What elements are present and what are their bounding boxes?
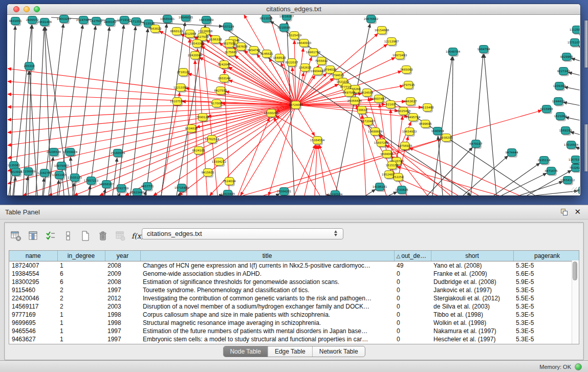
network-node[interactable]: 1569293: [559, 127, 572, 136]
network-node[interactable]: 1984794: [477, 46, 490, 55]
table-cell[interactable]: 1997: [105, 286, 140, 294]
network-node[interactable]: 20876682: [364, 15, 378, 25]
network-edge[interactable]: [177, 25, 205, 195]
network-node[interactable]: 7557224: [222, 23, 234, 32]
network-edge[interactable]: [304, 145, 316, 195]
table-row[interactable]: 946554611997Estimation of the future num…: [9, 327, 579, 335]
network-edge[interactable]: [125, 105, 296, 195]
network-edge[interactable]: [264, 139, 441, 195]
network-node[interactable]: 9242848: [218, 61, 231, 70]
table-cell[interactable]: 22420046: [9, 294, 57, 302]
network-edge[interactable]: [362, 115, 366, 195]
network-edge[interactable]: [241, 105, 296, 195]
network-edge[interactable]: [8, 105, 296, 133]
network-node[interactable]: 1562615: [299, 64, 312, 73]
table-cell[interactable]: 9465546: [9, 327, 57, 335]
table-row[interactable]: 1456911722003Disruption of a novel membe…: [9, 302, 579, 311]
network-node[interactable]: 1797515: [402, 81, 415, 91]
table-cell[interactable]: 0: [394, 286, 431, 294]
network-node[interactable]: 62160: [386, 101, 396, 110]
table-cell[interactable]: Dudbridge et al. (2008): [431, 278, 513, 286]
table-cell[interactable]: 5.9E-5: [513, 278, 579, 286]
network-node[interactable]: 10654112: [560, 177, 575, 186]
network-node[interactable]: 2718129: [177, 69, 190, 78]
network-node[interactable]: 9115460: [421, 104, 434, 113]
table-row[interactable]: 977716911998Corpus callosum shape and si…: [9, 311, 579, 319]
network-node[interactable]: 22420046: [188, 52, 203, 61]
network-node[interactable]: 9938295: [440, 134, 453, 143]
table-cell[interactable]: 0: [394, 270, 431, 278]
table-cell[interactable]: 1: [57, 327, 105, 335]
network-node[interactable]: 8454749: [248, 47, 260, 56]
network-node[interactable]: 25160559: [111, 149, 125, 159]
network-node[interactable]: 18107554: [170, 98, 185, 107]
column-header-year[interactable]: year: [105, 251, 140, 261]
table-cell[interactable]: 5.3E-5: [513, 302, 579, 311]
table-cell[interactable]: 18300295: [9, 278, 57, 286]
table-cell[interactable]: 5.3E-5: [513, 311, 579, 319]
network-node[interactable]: 12342757: [37, 169, 52, 179]
network-edge[interactable]: [113, 158, 117, 195]
network-node[interactable]: 9329966: [560, 53, 573, 62]
network-edge[interactable]: [571, 132, 580, 135]
table-cell[interactable]: 18724007: [9, 261, 57, 270]
network-node[interactable]: 1527602: [90, 17, 103, 27]
network-node[interactable]: 8427552: [214, 87, 227, 96]
network-node[interactable]: 2803144: [218, 75, 231, 84]
window-resize-grip[interactable]: [572, 187, 579, 194]
network-node[interactable]: 11125857: [570, 26, 580, 35]
network-node[interactable]: 16958107: [99, 181, 114, 190]
column-header-name[interactable]: name: [9, 251, 57, 261]
network-node[interactable]: 8912954: [184, 30, 197, 39]
network-node[interactable]: 9463627: [404, 98, 417, 107]
float-panel-icon[interactable]: [561, 209, 568, 215]
network-node[interactable]: 2935114: [538, 157, 551, 166]
table-cell[interactable]: 6: [57, 278, 105, 286]
network-node[interactable]: 16961758: [306, 49, 321, 58]
table-scrollbar-thumb[interactable]: [573, 261, 577, 280]
memory-status-indicator[interactable]: [575, 363, 582, 370]
network-node[interactable]: 18325419: [287, 32, 302, 41]
network-edge[interactable]: [274, 118, 320, 195]
network-node[interactable]: 10390504: [328, 191, 343, 196]
column-header-out_de[interactable]: △out_de…: [394, 251, 431, 261]
table-cell[interactable]: 2008: [105, 261, 140, 270]
network-node[interactable]: 16640910: [297, 39, 312, 49]
table-cell[interactable]: Tourette syndrome. Phenomenology and cla…: [140, 286, 394, 294]
network-edge[interactable]: [105, 25, 124, 195]
table-cell[interactable]: 9463627: [9, 335, 57, 343]
select-all-columns-button[interactable]: [43, 229, 58, 243]
table-cell[interactable]: 0: [394, 327, 431, 335]
network-node[interactable]: 9431651: [9, 17, 22, 27]
network-edge[interactable]: [8, 81, 296, 105]
network-node[interactable]: 7485063: [400, 66, 413, 75]
network-edge[interactable]: [432, 57, 452, 195]
network-node[interactable]: 11451955: [52, 171, 67, 181]
network-node[interactable]: 1244413: [552, 98, 565, 107]
network-node[interactable]: 9466162: [104, 18, 117, 28]
network-node[interactable]: 417006: [211, 100, 222, 109]
show-columns-button[interactable]: [26, 229, 40, 243]
table-cell[interactable]: 0: [394, 294, 431, 302]
network-node[interactable]: 9227343: [557, 68, 570, 77]
network-node[interactable]: 13505135: [68, 174, 82, 183]
network-edge[interactable]: [438, 136, 443, 195]
table-cell[interactable]: 5.3E-5: [513, 261, 579, 270]
table-cell[interactable]: 49: [394, 261, 431, 270]
table-cell[interactable]: 1: [57, 335, 105, 343]
network-edge[interactable]: [161, 93, 180, 195]
table-cell[interactable]: de Silva et al. (2003): [431, 302, 513, 311]
network-node[interactable]: 2405572: [26, 16, 39, 26]
table-cell[interactable]: 0: [394, 335, 431, 343]
network-node[interactable]: 171355: [130, 18, 142, 27]
table-cell[interactable]: Disruption of a novel member of a sodium…: [140, 302, 394, 311]
network-edge[interactable]: [563, 102, 580, 105]
table-cell[interactable]: 1998: [105, 311, 140, 319]
table-cell[interactable]: 5.5E-5: [513, 294, 579, 302]
table-cell[interactable]: 2: [57, 294, 105, 302]
table-cell[interactable]: 0: [394, 319, 431, 327]
network-node[interactable]: 8322037: [286, 59, 298, 68]
table-cell[interactable]: Changes of HCN gene expression and I(f) …: [140, 261, 394, 270]
network-node[interactable]: 19565441: [160, 15, 175, 25]
table-cell[interactable]: 2003: [105, 302, 140, 311]
